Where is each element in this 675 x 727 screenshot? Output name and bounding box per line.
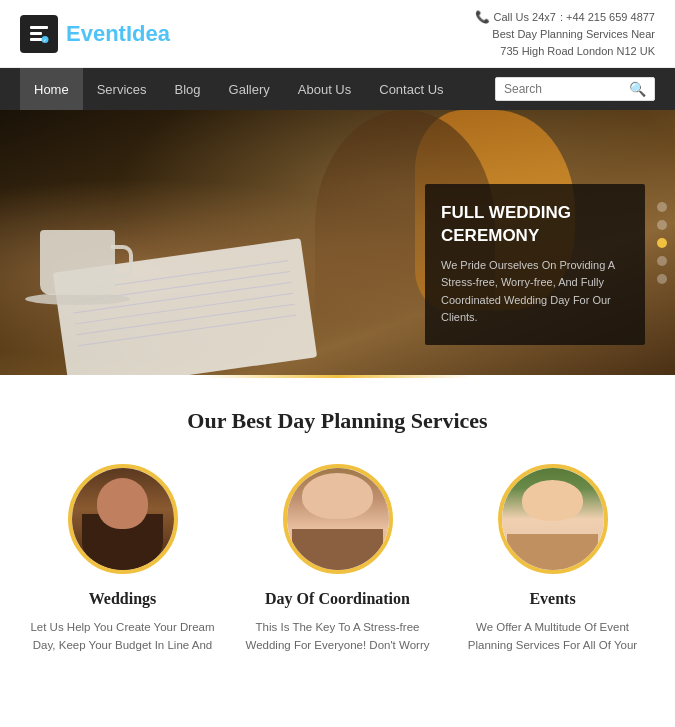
address-line2: 735 High Road London N12 UK	[475, 43, 655, 60]
service-card-coordination: Day Of Coordination This Is The Key To A…	[238, 464, 438, 655]
search-button[interactable]: 🔍	[629, 81, 646, 97]
service-card-weddings: Weddings Let Us Help You Create Your Dre…	[23, 464, 223, 655]
services-section: Our Best Day Planning Services Weddings …	[0, 378, 675, 675]
logo: ✓ EventIdea	[20, 15, 170, 53]
service-avatar-weddings	[68, 464, 178, 574]
services-grid: Weddings Let Us Help You Create Your Dre…	[20, 464, 655, 655]
dot-5[interactable]	[657, 274, 667, 284]
logo-text-second: Idea	[126, 21, 170, 46]
svg-rect-0	[30, 26, 48, 29]
slider-dots	[657, 202, 667, 284]
service-avatar-events	[498, 464, 608, 574]
nav-links: Home Services Blog Gallery About Us Cont…	[20, 68, 458, 110]
hero-description: We Pride Ourselves On Providing A Stress…	[441, 257, 629, 327]
dot-1[interactable]	[657, 202, 667, 212]
top-bar: ✓ EventIdea 📞 Call Us 24x7 : +44 215 659…	[0, 0, 675, 68]
svg-text:✓: ✓	[43, 37, 47, 43]
search-box[interactable]: 🔍	[495, 77, 655, 101]
avatar-woman1	[287, 468, 389, 570]
service-name-weddings: Weddings	[89, 590, 157, 608]
service-card-events: Events We Offer A Multitude Of Event Pla…	[453, 464, 653, 655]
nav-item-blog[interactable]: Blog	[161, 68, 215, 110]
phone-icon: 📞	[475, 8, 490, 26]
service-desc-weddings: Let Us Help You Create Your Dream Day, K…	[23, 618, 223, 655]
service-desc-events: We Offer A Multitude Of Event Planning S…	[453, 618, 653, 655]
dot-4[interactable]	[657, 256, 667, 266]
service-desc-coordination: This Is The Key To A Stress-free Wedding…	[238, 618, 438, 655]
nav-item-about[interactable]: About Us	[284, 68, 365, 110]
logo-text: EventIdea	[66, 21, 170, 47]
svg-rect-1	[30, 32, 42, 35]
dot-2[interactable]	[657, 220, 667, 230]
hero-overlay: FULL WEDDING CEREMONY We Pride Ourselves…	[425, 184, 645, 345]
search-input[interactable]	[504, 82, 624, 96]
services-title: Our Best Day Planning Services	[20, 408, 655, 434]
nav-item-contact[interactable]: Contact Us	[365, 68, 457, 110]
service-avatar-coordination	[283, 464, 393, 574]
avatar-man	[72, 468, 174, 570]
hero-cup	[40, 230, 115, 295]
phone-number: : +44 215 659 4877	[560, 9, 655, 26]
logo-text-first: Event	[66, 21, 126, 46]
nav-item-gallery[interactable]: Gallery	[215, 68, 284, 110]
contact-info: 📞 Call Us 24x7 : +44 215 659 4877 Best D…	[475, 8, 655, 59]
nav-item-home[interactable]: Home	[20, 68, 83, 110]
hero-title: FULL WEDDING CEREMONY	[441, 202, 629, 246]
dot-3[interactable]	[657, 238, 667, 248]
hero-section: FULL WEDDING CEREMONY We Pride Ourselves…	[0, 110, 675, 375]
service-name-coordination: Day Of Coordination	[265, 590, 410, 608]
nav-item-services[interactable]: Services	[83, 68, 161, 110]
logo-icon: ✓	[20, 15, 58, 53]
navbar: Home Services Blog Gallery About Us Cont…	[0, 68, 675, 110]
service-name-events: Events	[529, 590, 575, 608]
address-line1: Best Day Planning Services Near	[475, 26, 655, 43]
phone-label: Call Us 24x7	[494, 9, 556, 26]
avatar-woman2	[502, 468, 604, 570]
